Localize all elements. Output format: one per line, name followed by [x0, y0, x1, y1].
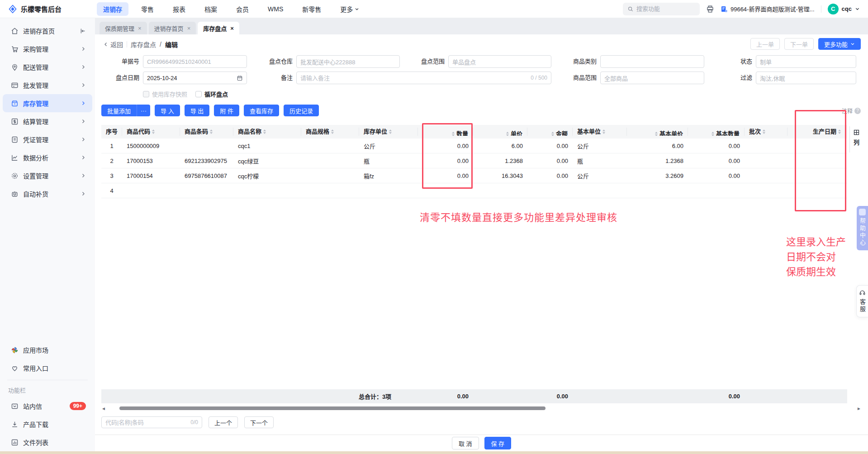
scrollbar-track[interactable]: [108, 406, 855, 411]
tab-close-icon[interactable]: ×: [187, 25, 191, 32]
doc-no-field[interactable]: [143, 55, 247, 68]
sidebar-item-favorites[interactable]: 常用入口: [3, 359, 92, 377]
sidebar-item-delivery[interactable]: 配送管理: [3, 58, 92, 76]
sidebar-spacer: [0, 203, 95, 341]
breadcrumb-section[interactable]: 库存盘点: [131, 40, 156, 49]
col-header-base-qty[interactable]: 基本数量: [688, 128, 745, 136]
search-input[interactable]: [636, 5, 691, 12]
table-row[interactable]: 1 1500000009 cqc1 公斤 0.00 6.00 0.00 公斤 6…: [101, 139, 847, 153]
nav-item-baobiao[interactable]: 报表: [166, 2, 192, 16]
col-header-base-unit[interactable]: 基本单位: [573, 128, 627, 136]
col-header-batch[interactable]: 批次: [745, 128, 787, 136]
attachment-button[interactable]: 附 件: [214, 105, 239, 116]
sidebar-item-home[interactable]: 进销存首页: [3, 22, 92, 40]
sidebar-item-app-market[interactable]: 应用市场: [3, 341, 92, 359]
customer-service-badge[interactable]: 客服: [856, 285, 868, 317]
col-header-code[interactable]: 商品代码: [122, 128, 180, 136]
sidebar-item-file-list[interactable]: 文件列表: [3, 433, 92, 451]
scrollbar-thumb[interactable]: [119, 406, 545, 410]
qty-cell[interactable]: 0.00: [418, 143, 473, 149]
status-field[interactable]: [756, 55, 856, 68]
app-title: 乐檬零售后台: [21, 4, 62, 14]
save-button[interactable]: 保 存: [484, 437, 512, 449]
prev-doc-button[interactable]: 上一单: [750, 38, 780, 50]
next-item-button[interactable]: 下一个: [244, 416, 274, 428]
sidebar-item-auto-replenish[interactable]: 自动补货: [3, 185, 92, 203]
category-field[interactable]: [600, 55, 704, 68]
help-center-badge[interactable]: 帮助中心: [857, 206, 868, 250]
sidebar-item-purchase[interactable]: 采购管理: [3, 40, 92, 58]
global-search[interactable]: [623, 3, 700, 15]
user-menu[interactable]: C cqc: [828, 4, 860, 14]
sidebar-item-analytics[interactable]: 数据分析: [3, 148, 92, 167]
warehouse-field[interactable]: [296, 55, 400, 68]
nav-item-huiyuan[interactable]: 会员: [230, 2, 255, 16]
store-selector[interactable]: 99664-新界面商超版测试-管理...: [721, 5, 815, 13]
tab-jxc-home[interactable]: 进销存首页 ×: [149, 22, 196, 34]
remark-counter: 0 / 500: [531, 75, 547, 81]
nav-item-xinlingshou[interactable]: 新零售: [296, 2, 327, 16]
quick-find-input[interactable]: [105, 419, 173, 426]
column-settings-button[interactable]: 列: [849, 126, 863, 153]
table-row-empty[interactable]: 4: [101, 183, 847, 198]
next-doc-button[interactable]: 下一单: [784, 38, 814, 50]
filter-field[interactable]: [756, 72, 856, 84]
printer-icon[interactable]: [706, 5, 714, 13]
collapse-sidebar-icon[interactable]: [79, 28, 86, 34]
tab-close-icon[interactable]: ×: [138, 25, 142, 32]
sort-icon: [263, 129, 266, 134]
nav-item-lingshou[interactable]: 零售: [135, 2, 160, 16]
sidebar-item-settings[interactable]: 设置管理: [3, 167, 92, 185]
qty-cell[interactable]: 0.00: [418, 158, 473, 164]
col-header-base-price[interactable]: 基本单价: [627, 128, 688, 136]
goods-range-field[interactable]: [600, 72, 704, 84]
tab-close-icon[interactable]: ×: [230, 25, 234, 32]
sidebar-item-voucher[interactable]: 凭证管理: [3, 130, 92, 148]
use-stock-snapshot-checkbox[interactable]: 使用库存快照: [143, 90, 187, 98]
sidebar-item-settlement[interactable]: 结算管理: [3, 112, 92, 130]
sidebar-item-wholesale[interactable]: 批发管理: [3, 76, 92, 94]
col-header-spec[interactable]: 商品规格: [301, 128, 359, 136]
sidebar-item-inventory[interactable]: 库存管理: [3, 94, 92, 112]
col-header-price[interactable]: 单价: [473, 128, 527, 136]
nav-item-jinxiaocun[interactable]: 进销存: [97, 2, 128, 16]
view-stock-button[interactable]: 查看库存: [244, 105, 279, 116]
nav-item-more[interactable]: 更多: [334, 2, 365, 16]
col-header-barcode[interactable]: 商品条码: [180, 128, 233, 136]
tab-shelf-life[interactable]: 保质期管理 ×: [100, 22, 147, 34]
sidebar-item-messages[interactable]: 站内信 99+: [3, 397, 92, 415]
quick-find-field[interactable]: 0/0: [101, 416, 202, 428]
divider: [127, 41, 127, 48]
cancel-button[interactable]: 取 消: [452, 437, 479, 449]
table-row[interactable]: 3 17000154 6975876610087 cqc柠檬 箱fz 0.00 …: [101, 168, 847, 183]
tab-stock-count[interactable]: 库存盘点 ×: [198, 22, 239, 34]
import-button[interactable]: 导 入: [155, 105, 180, 116]
col-header-prod-date[interactable]: 生产日期: [787, 128, 847, 136]
col-header-amount[interactable]: 金额: [527, 128, 573, 136]
count-date-field[interactable]: [143, 72, 247, 84]
nav-item-dangan[interactable]: 档案: [198, 2, 223, 16]
count-scope-field[interactable]: [448, 55, 551, 68]
col-header-name[interactable]: 商品名称: [233, 128, 301, 136]
chevron-right-icon: [81, 64, 86, 70]
scroll-left-arrow-icon[interactable]: ◄: [101, 406, 108, 411]
batch-add-more-button[interactable]: ···: [137, 105, 150, 116]
table-row[interactable]: 2 17000153 6921233902975 cqc绿豆 瓶 0.00 1.…: [101, 153, 847, 168]
scroll-right-arrow-icon[interactable]: ►: [855, 406, 861, 411]
col-header-qty[interactable]: 数量: [418, 128, 473, 136]
sidebar-item-product-download[interactable]: 产品下载: [3, 415, 92, 433]
chevron-right-icon: [81, 191, 86, 196]
export-button[interactable]: 导 出: [185, 105, 210, 116]
col-header-unit[interactable]: 库存单位: [359, 128, 418, 136]
history-button[interactable]: 历史记录: [284, 105, 319, 116]
help-circle-icon[interactable]: ?: [854, 108, 861, 114]
remark-field[interactable]: 0 / 500: [296, 72, 551, 84]
calendar-icon[interactable]: [237, 75, 243, 81]
back-button[interactable]: 返回: [103, 40, 123, 49]
more-functions-button[interactable]: 更多功能: [818, 38, 861, 50]
batch-add-button[interactable]: 批量添加: [101, 105, 137, 116]
cycle-count-checkbox[interactable]: 循环盘点: [195, 90, 228, 98]
nav-item-wms[interactable]: WMS: [261, 3, 289, 15]
prev-item-button[interactable]: 上一个: [209, 416, 238, 428]
qty-cell[interactable]: 0.00: [418, 172, 473, 179]
